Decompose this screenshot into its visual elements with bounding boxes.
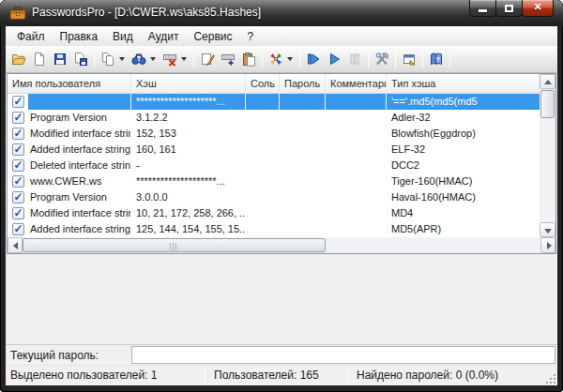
- recovery-start-button[interactable]: [324, 49, 344, 69]
- table-row[interactable]: Added interface strings 125, 144, 154, 1…: [8, 221, 540, 237]
- toolbar-separator: [449, 50, 450, 68]
- current-password-input[interactable]: [131, 346, 555, 364]
- cell-hash: 152, 153: [131, 126, 246, 142]
- cell-password: [280, 189, 326, 205]
- menu-service[interactable]: Сервис: [186, 28, 239, 45]
- column-header-username[interactable]: Имя пользователя: [8, 74, 131, 93]
- paste-button[interactable]: [238, 49, 259, 69]
- client-area: Файл Правка Вид Аудит Сервис ?: [6, 26, 557, 385]
- save-copy-icon: [73, 52, 88, 67]
- delete-records-button[interactable]: [160, 49, 180, 69]
- menu-file[interactable]: Файл: [9, 28, 53, 45]
- delete-dropdown-arrow[interactable]: [181, 57, 187, 61]
- menu-audit[interactable]: Аудит: [141, 28, 187, 45]
- copy-dropdown-arrow[interactable]: [119, 57, 125, 61]
- menu-help[interactable]: ?: [240, 28, 262, 45]
- horizontal-scrollbar[interactable]: [8, 237, 555, 253]
- recovery-resume-button[interactable]: [303, 49, 324, 69]
- find-dropdown-arrow[interactable]: [150, 57, 156, 61]
- thumb-grip: [170, 243, 178, 250]
- column-header-hash[interactable]: Хэш: [131, 74, 246, 93]
- new-button[interactable]: [29, 49, 50, 69]
- cell-hashtype: Tiger-160(HMAC): [387, 173, 540, 189]
- cell-hashtype: ELF-32: [387, 142, 540, 158]
- cell-hash: 10, 21, 172, 258, 266, ...: [131, 205, 246, 221]
- cell-salt: [246, 126, 280, 142]
- edit-record-button[interactable]: [197, 49, 218, 69]
- save-copy-button[interactable]: [70, 49, 91, 69]
- attack-dropdown-arrow[interactable]: [287, 57, 293, 61]
- table-row[interactable]: ********************... '=='.md5(md5(md5: [8, 94, 540, 110]
- vertical-scrollbar[interactable]: [540, 74, 555, 237]
- close-button[interactable]: ✕: [522, 0, 554, 17]
- paste-icon: [241, 52, 256, 67]
- row-checkbox[interactable]: [12, 143, 24, 156]
- column-header-password[interactable]: Пароль: [280, 74, 326, 93]
- scroll-up-button[interactable]: [540, 74, 555, 89]
- cell-hashtype: MD4: [387, 205, 540, 221]
- scroll-down-button[interactable]: [540, 222, 555, 237]
- maximize-button[interactable]: [495, 0, 523, 17]
- row-checkbox[interactable]: [12, 96, 24, 108]
- table-row[interactable]: www.CWER.ws ********************... Tige…: [8, 173, 540, 189]
- save-icon: [53, 52, 68, 67]
- table-row[interactable]: Program Version 3.1.2.2 Adler-32: [8, 110, 540, 126]
- attack-options-button[interactable]: [266, 49, 286, 69]
- table-row[interactable]: Deleted interface strings - DCC2: [8, 158, 540, 173]
- menu-edit[interactable]: Правка: [53, 28, 106, 45]
- save-button[interactable]: [50, 49, 70, 69]
- cell-comment: [326, 173, 387, 189]
- cell-username: www.CWER.ws: [28, 173, 131, 189]
- row-checkbox[interactable]: [12, 159, 24, 172]
- status-found-passwords: Найдено паролей: 0 (0.0%): [357, 369, 498, 382]
- resize-grip[interactable]: [546, 374, 555, 384]
- toolbar: ?: [6, 46, 557, 73]
- svg-text:?: ?: [435, 55, 440, 64]
- cell-username: Program Version: [28, 110, 131, 126]
- find-button[interactable]: [129, 49, 149, 69]
- play-icon: [327, 52, 342, 67]
- column-header-hashtype[interactable]: Тип хэша: [387, 74, 540, 93]
- recovery-pause-button[interactable]: [344, 49, 365, 69]
- horizontal-scroll-thumb[interactable]: [23, 238, 326, 252]
- table-row[interactable]: Modified interface strings 10, 21, 172, …: [8, 205, 540, 221]
- open-folder-icon: [11, 52, 26, 67]
- titlebar[interactable]: PasswordsPro - [D:\CWER.ws\aks85.Hashes]…: [0, 0, 563, 26]
- resume-icon: [306, 52, 321, 67]
- app-window: PasswordsPro - [D:\CWER.ws\aks85.Hashes]…: [0, 0, 563, 392]
- panel-divider: [6, 344, 557, 345]
- cell-comment: [326, 94, 387, 110]
- row-checkbox[interactable]: [12, 191, 24, 204]
- edit-record-icon: [200, 52, 215, 67]
- statusbar: Выделено пользователей: 1 Пользователей:…: [6, 365, 557, 385]
- column-header-comment[interactable]: Комментарий: [326, 74, 387, 93]
- row-checkbox[interactable]: [12, 175, 24, 188]
- scroll-right-button[interactable]: [540, 237, 555, 253]
- tools-button[interactable]: [372, 49, 392, 69]
- copy-button[interactable]: [98, 49, 118, 69]
- options-button[interactable]: [399, 49, 419, 69]
- status-separator: [347, 369, 348, 383]
- column-header-salt[interactable]: Соль: [246, 74, 280, 93]
- row-checkbox[interactable]: [12, 128, 24, 140]
- cell-hash: ********************...: [131, 173, 246, 189]
- scroll-left-button[interactable]: [8, 237, 23, 253]
- menubar: Файл Правка Вид Аудит Сервис ?: [6, 26, 557, 46]
- vertical-scroll-thumb[interactable]: [540, 90, 555, 118]
- open-button[interactable]: [8, 49, 29, 69]
- menu-view[interactable]: Вид: [105, 28, 141, 45]
- minimize-button[interactable]: [469, 0, 496, 17]
- list-header: Имя пользователя Хэш Соль Пароль Коммент…: [8, 74, 555, 94]
- cell-hash: ********************...: [131, 94, 246, 110]
- table-row[interactable]: Modified interface strings 152, 153 Blow…: [8, 126, 540, 142]
- cell-hashtype: Adler-32: [387, 110, 540, 126]
- options-icon: [402, 52, 417, 67]
- cell-password: [280, 142, 326, 158]
- help-button[interactable]: ?: [426, 49, 447, 69]
- row-checkbox[interactable]: [12, 112, 24, 124]
- row-checkbox[interactable]: [12, 207, 24, 219]
- table-row[interactable]: Added interface strings 160, 161 ELF-32: [8, 142, 540, 158]
- table-row[interactable]: Program Version 3.0.0.0 Haval-160(HMAC): [8, 189, 540, 205]
- row-checkbox[interactable]: [12, 223, 24, 235]
- add-record-button[interactable]: [218, 49, 238, 69]
